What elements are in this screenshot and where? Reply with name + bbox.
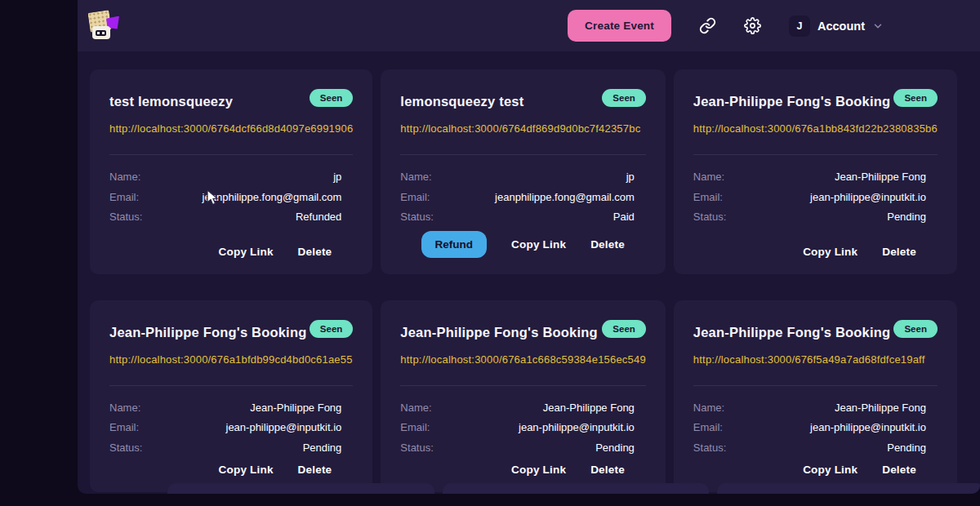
booking-url-link[interactable]: http://localhost:3000/676f5a49a7ad68fdfc… <box>693 353 938 366</box>
card-header: lemonsqueezy test Seen <box>400 87 646 109</box>
status-value: Pending <box>303 442 342 454</box>
detail-row-email: Email: jeanphilippe.fong@gmail.com <box>109 191 341 203</box>
card-divider <box>693 154 938 155</box>
card-actions: Copy Link Delete <box>109 464 353 476</box>
card-actions: Refund Copy Link Delete <box>400 231 646 258</box>
top-navbar: Create Event J Account <box>78 0 980 51</box>
detail-row-name: Name: jp <box>400 171 635 183</box>
name-label: Name: <box>109 402 140 414</box>
copy-link-button[interactable]: Copy Link <box>803 246 858 258</box>
booking-url-link[interactable]: http://localhost:3000/676a1bfdb99cd4bd0c… <box>109 353 353 366</box>
chevron-down-icon <box>872 20 884 32</box>
card-header: Jean-Philippe Fong's Booking Seen <box>109 318 353 340</box>
detail-row-email: Email: jean-philippe@inputkit.io <box>693 421 926 433</box>
card-title: test lemonsqueezy <box>109 87 233 109</box>
card-divider <box>109 385 353 386</box>
detail-row-email: Email: jeanphilippe.fong@gmail.com <box>400 191 635 203</box>
app-shell: Create Event J Account <box>78 0 980 494</box>
booking-url-link[interactable]: http://localhost:3000/676a1c668c59384e15… <box>400 353 646 366</box>
booking-card: Jean-Philippe Fong's Booking Seen http:/… <box>90 300 372 492</box>
name-label: Name: <box>400 171 431 183</box>
booking-url-link[interactable]: http://localhost:3000/6764dcf66d8d4097e6… <box>109 122 353 135</box>
email-label: Email: <box>400 421 430 433</box>
name-value: jp <box>333 171 341 183</box>
booking-url-link[interactable]: http://localhost:3000/6764df869d9d0bc7f4… <box>400 122 646 135</box>
card-actions: Copy Link Delete <box>109 246 353 258</box>
email-label: Email: <box>693 421 723 433</box>
card-divider <box>109 154 353 155</box>
card-header: Jean-Philippe Fong's Booking Seen <box>400 318 646 340</box>
status-value: Refunded <box>296 211 341 223</box>
card-divider <box>693 385 938 386</box>
email-value: jean-philippe@inputkit.io <box>226 421 342 433</box>
name-value: jp <box>626 171 635 183</box>
next-card-top <box>167 483 434 494</box>
name-value: Jean-Philippe Fong <box>250 402 341 414</box>
logo-robot-eye <box>102 32 105 34</box>
name-label: Name: <box>693 402 724 414</box>
email-value: jean-philippe@inputkit.io <box>810 421 926 433</box>
email-label: Email: <box>400 191 430 203</box>
card-header: test lemonsqueezy Seen <box>109 87 353 109</box>
card-actions: Copy Link Delete <box>693 246 938 258</box>
seen-badge: Seen <box>893 89 938 107</box>
copy-link-button[interactable]: Copy Link <box>219 246 274 258</box>
account-avatar: J <box>789 16 810 37</box>
seen-badge: Seen <box>602 89 646 107</box>
delete-button[interactable]: Delete <box>882 464 916 476</box>
copy-link-button[interactable]: Copy Link <box>511 464 566 476</box>
detail-row-status: Status: Pending <box>400 442 635 454</box>
name-label: Name: <box>109 171 140 183</box>
booking-card: Jean-Philippe Fong's Booking Seen http:/… <box>674 69 957 274</box>
booking-details: Name: Jean-Philippe Fong Email: jean-phi… <box>400 402 646 462</box>
cards-grid: test lemonsqueezy Seen http://localhost:… <box>90 69 906 492</box>
booking-card: lemonsqueezy test Seen http://localhost:… <box>381 69 666 274</box>
logo-robot-eye <box>97 32 100 34</box>
status-value: Paid <box>613 211 635 223</box>
delete-button[interactable]: Delete <box>298 246 332 258</box>
booking-url-link[interactable]: http://localhost:3000/676a1bb843fd22b238… <box>693 122 938 135</box>
card-header: Jean-Philippe Fong's Booking Seen <box>693 87 938 109</box>
status-label: Status: <box>693 442 726 454</box>
delete-button[interactable]: Delete <box>590 238 625 251</box>
email-label: Email: <box>109 191 139 203</box>
next-row-peek <box>167 483 980 494</box>
status-value: Pending <box>887 211 926 223</box>
booking-details: Name: jp Email: jeanphilippe.fong@gmail.… <box>400 171 646 231</box>
create-event-button[interactable]: Create Event <box>568 10 671 42</box>
seen-badge: Seen <box>310 89 354 107</box>
refund-button[interactable]: Refund <box>421 231 488 258</box>
booking-card: Jean-Philippe Fong's Booking Seen http:/… <box>674 300 957 492</box>
next-card-top <box>717 483 980 494</box>
link-icon[interactable] <box>699 17 716 34</box>
settings-gear-icon[interactable] <box>744 17 761 34</box>
detail-row-name: Name: jp <box>109 171 341 183</box>
card-title: Jean-Philippe Fong's Booking <box>693 87 890 109</box>
detail-row-name: Name: Jean-Philippe Fong <box>693 171 926 183</box>
detail-row-email: Email: jean-philippe@inputkit.io <box>693 191 926 203</box>
card-divider <box>400 154 646 155</box>
copy-link-button[interactable]: Copy Link <box>803 464 858 476</box>
detail-row-status: Status: Pending <box>693 442 926 454</box>
seen-badge: Seen <box>310 320 354 338</box>
delete-button[interactable]: Delete <box>298 464 332 476</box>
detail-row-status: Status: Paid <box>400 211 635 223</box>
delete-button[interactable]: Delete <box>882 246 916 258</box>
email-value: jeanphilippe.fong@gmail.com <box>203 191 342 203</box>
booking-details: Name: Jean-Philippe Fong Email: jean-phi… <box>693 402 938 462</box>
app-logo[interactable] <box>86 10 122 42</box>
card-actions: Copy Link Delete <box>693 464 938 476</box>
detail-row-status: Status: Pending <box>693 211 926 223</box>
email-value: jean-philippe@inputkit.io <box>519 421 635 433</box>
status-label: Status: <box>693 211 726 223</box>
next-card-top <box>443 483 710 494</box>
account-menu[interactable]: J Account <box>789 16 884 37</box>
detail-row-status: Status: Pending <box>109 442 341 454</box>
navbar-right-group: Create Event J Account <box>568 10 884 42</box>
email-value: jean-philippe@inputkit.io <box>810 191 926 203</box>
status-label: Status: <box>109 442 142 454</box>
copy-link-button[interactable]: Copy Link <box>511 238 566 251</box>
copy-link-button[interactable]: Copy Link <box>219 464 274 476</box>
delete-button[interactable]: Delete <box>590 464 625 476</box>
name-label: Name: <box>400 402 431 414</box>
